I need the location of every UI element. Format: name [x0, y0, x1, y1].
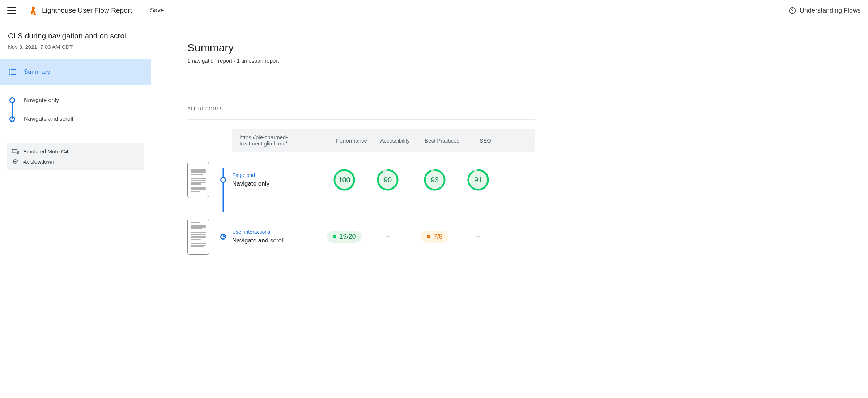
score-seo-na: – — [460, 232, 496, 241]
cpu-icon — [12, 158, 19, 165]
reports-table-header: https://pie-charmed-treatment.glitch.me/… — [232, 129, 535, 152]
summary-heading: Summary — [187, 42, 535, 54]
report-url[interactable]: https://pie-charmed-treatment.glitch.me/ — [239, 134, 330, 147]
sidebar-steps: Navigate only Navigate and scroll — [0, 85, 151, 134]
svg-rect-0 — [32, 9, 34, 11]
summary-label: Summary — [24, 68, 50, 76]
environment-box: Emulated Moto G4 4x slowdown — [7, 143, 144, 170]
timespan-marker-icon — [220, 234, 226, 240]
sidebar-step-navigate-and-scroll[interactable]: Navigate and scroll — [8, 113, 143, 126]
svg-point-2 — [792, 12, 793, 12]
svg-rect-8 — [11, 74, 16, 75]
env-throttle-label: 4x slowdown — [23, 158, 54, 165]
screenshot-thumbnail — [187, 162, 214, 198]
col-accessibility: Accessibility — [373, 137, 417, 144]
svg-rect-6 — [11, 72, 16, 72]
env-device-label: Emulated Moto G4 — [23, 148, 68, 154]
report-kind: Page load — [232, 172, 323, 178]
pass-dot-icon — [333, 235, 336, 238]
row-connector-line — [223, 168, 224, 212]
score-seo[interactable]: 91 — [460, 169, 496, 191]
summary-list-icon — [8, 69, 17, 75]
score-performance[interactable]: 100 — [323, 169, 366, 191]
report-row-navigate-only: Page load Navigate only 100 90 93 91 — [187, 152, 535, 208]
report-name-link[interactable]: Navigate only — [232, 180, 323, 187]
score-accessibility-na: – — [366, 232, 409, 241]
col-seo: SEO — [467, 137, 503, 144]
timespan-marker-icon — [8, 116, 17, 122]
app-title: Lighthouse User Flow Report — [42, 7, 132, 14]
score-performance[interactable]: 19/20 — [323, 231, 366, 243]
navigation-marker-icon — [220, 177, 226, 183]
all-reports-label: ALL REPORTS — [187, 106, 535, 111]
menu-icon[interactable] — [7, 6, 16, 15]
summary-heading-block: Summary 1 navigation report · 1 timespan… — [187, 42, 535, 64]
main-content: Summary 1 navigation report · 1 timespan… — [151, 21, 868, 398]
svg-point-7 — [9, 73, 10, 75]
env-device: Emulated Moto G4 — [12, 148, 139, 154]
sidebar-item-summary[interactable]: Summary — [0, 59, 151, 85]
report-row-navigate-and-scroll: User interactions Navigate and scroll 19… — [187, 208, 535, 265]
topbar: Lighthouse User Flow Report Save Underst… — [0, 0, 868, 21]
col-performance: Performance — [330, 137, 373, 144]
reports-divider — [187, 119, 535, 120]
score-best-practices[interactable]: 7/8 — [409, 231, 460, 243]
col-best-practices: Best Practices — [417, 137, 467, 144]
score-accessibility[interactable]: 90 — [366, 169, 409, 191]
screenshot-thumbnail — [187, 219, 214, 255]
sidebar-step-navigate-only[interactable]: Navigate only — [8, 94, 143, 107]
help-label: Understanding Flows — [800, 7, 861, 14]
svg-rect-4 — [11, 69, 16, 70]
device-icon — [12, 149, 19, 154]
sidebar-header: CLS during navigation and on scroll Nov … — [0, 21, 151, 59]
env-throttle: 4x slowdown — [12, 158, 139, 165]
svg-rect-9 — [12, 149, 17, 153]
report-kind: User interactions — [232, 229, 323, 235]
svg-rect-10 — [12, 153, 18, 153]
navigation-marker-icon — [8, 97, 17, 103]
step-label: Navigate and scroll — [24, 116, 73, 122]
report-name-link[interactable]: Navigate and scroll — [232, 237, 323, 244]
help-icon — [789, 7, 796, 14]
score-best-practices[interactable]: 93 — [409, 169, 460, 191]
help-link[interactable]: Understanding Flows — [789, 7, 861, 14]
flow-name: CLS during navigation and on scroll — [8, 31, 143, 40]
summary-subtitle: 1 navigation report · 1 timespan report — [187, 58, 535, 64]
save-button[interactable]: Save — [150, 7, 164, 14]
svg-point-5 — [9, 71, 10, 72]
svg-rect-13 — [14, 161, 16, 162]
svg-point-3 — [9, 69, 10, 70]
lighthouse-logo-icon — [30, 6, 37, 15]
step-label: Navigate only — [24, 97, 59, 103]
sidebar: CLS during navigation and on scroll Nov … — [0, 21, 151, 398]
svg-rect-11 — [17, 151, 19, 153]
flow-date: Nov 3, 2021, 7:00 AM CDT — [8, 44, 143, 50]
warn-square-icon — [427, 235, 430, 238]
